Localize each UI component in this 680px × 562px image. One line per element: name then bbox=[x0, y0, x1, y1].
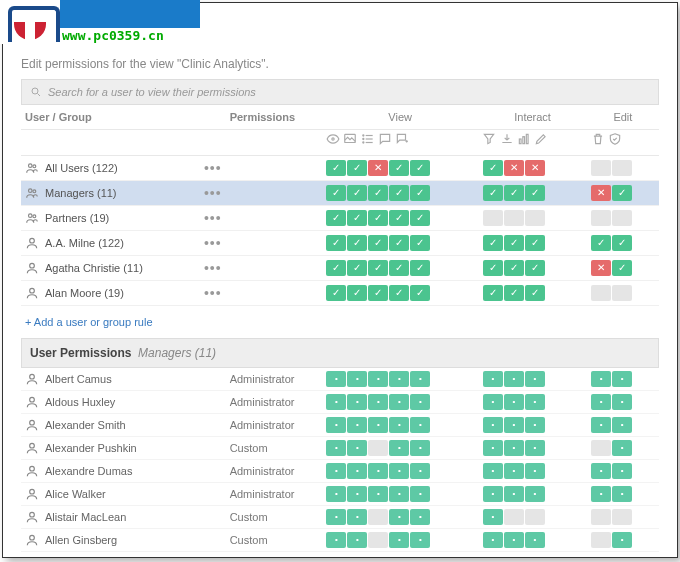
permission-chip[interactable]: • bbox=[410, 394, 430, 410]
permission-chip[interactable]: ✓ bbox=[347, 285, 367, 301]
permission-chip[interactable]: • bbox=[504, 463, 524, 479]
permission-chip[interactable]: ✓ bbox=[410, 160, 430, 176]
permission-chip[interactable]: ✓ bbox=[612, 235, 632, 251]
permission-chip[interactable]: • bbox=[525, 440, 545, 456]
permission-chip[interactable]: • bbox=[410, 417, 430, 433]
search-input[interactable]: Search for a user to view their permissi… bbox=[21, 79, 659, 105]
permission-chip[interactable]: • bbox=[347, 440, 367, 456]
permission-chip[interactable]: • bbox=[347, 371, 367, 387]
permission-chip[interactable]: • bbox=[504, 440, 524, 456]
permission-chip[interactable] bbox=[483, 210, 503, 226]
row-menu-icon[interactable]: ••• bbox=[204, 260, 222, 276]
permission-chip[interactable]: ✓ bbox=[591, 235, 611, 251]
permission-chip[interactable]: • bbox=[326, 463, 346, 479]
add-rule-link[interactable]: + Add a user or group rule bbox=[21, 306, 659, 338]
permission-chip[interactable]: ✓ bbox=[612, 260, 632, 276]
permission-chip[interactable] bbox=[612, 509, 632, 525]
permission-chip[interactable]: ✓ bbox=[326, 210, 346, 226]
permission-chip[interactable]: ✓ bbox=[410, 185, 430, 201]
permission-chip[interactable]: • bbox=[368, 486, 388, 502]
permission-chip[interactable]: ✓ bbox=[483, 160, 503, 176]
permission-chip[interactable]: ✓ bbox=[347, 260, 367, 276]
permission-chip[interactable]: ✓ bbox=[389, 185, 409, 201]
permission-chip[interactable] bbox=[591, 210, 611, 226]
permission-chip[interactable]: • bbox=[326, 532, 346, 548]
row-menu-icon[interactable]: ••• bbox=[204, 210, 222, 226]
permission-chip[interactable]: ✓ bbox=[389, 235, 409, 251]
permission-chip[interactable]: • bbox=[525, 394, 545, 410]
permission-chip[interactable]: • bbox=[389, 532, 409, 548]
permission-chip[interactable] bbox=[368, 509, 388, 525]
permission-chip[interactable]: ✓ bbox=[368, 260, 388, 276]
permission-chip[interactable]: ✕ bbox=[591, 185, 611, 201]
table-row[interactable]: A.A. Milne (122)••• ✓✓✓✓✓ ✓✓✓ ✓✓ bbox=[21, 231, 659, 256]
permission-chip[interactable]: • bbox=[504, 486, 524, 502]
permission-chip[interactable]: ✓ bbox=[368, 210, 388, 226]
permission-chip[interactable]: • bbox=[389, 463, 409, 479]
permission-chip[interactable]: • bbox=[591, 463, 611, 479]
permission-chip[interactable]: ✕ bbox=[591, 260, 611, 276]
permission-chip[interactable]: ✓ bbox=[483, 285, 503, 301]
permission-chip[interactable]: • bbox=[326, 440, 346, 456]
permission-chip[interactable]: ✓ bbox=[326, 235, 346, 251]
permission-chip[interactable]: • bbox=[410, 486, 430, 502]
permission-chip[interactable]: ✓ bbox=[389, 260, 409, 276]
permission-chip[interactable]: ✓ bbox=[504, 285, 524, 301]
permission-chip[interactable]: ✓ bbox=[483, 235, 503, 251]
permission-chip[interactable]: ✓ bbox=[483, 260, 503, 276]
permission-chip[interactable]: ✓ bbox=[368, 235, 388, 251]
permission-chip[interactable]: • bbox=[504, 371, 524, 387]
permission-chip[interactable]: ✓ bbox=[326, 285, 346, 301]
permission-chip[interactable]: ✓ bbox=[368, 185, 388, 201]
table-row[interactable]: All Users (122)••• ✓✓✕✓✓ ✓✕✕ bbox=[21, 156, 659, 181]
table-row[interactable]: Agatha Christie (11)••• ✓✓✓✓✓ ✓✓✓ ✕✓ bbox=[21, 256, 659, 281]
permission-chip[interactable]: • bbox=[347, 486, 367, 502]
permission-chip[interactable] bbox=[504, 210, 524, 226]
permission-chip[interactable]: ✓ bbox=[504, 260, 524, 276]
permission-chip[interactable]: • bbox=[368, 417, 388, 433]
permission-chip[interactable]: ✓ bbox=[326, 160, 346, 176]
permission-chip[interactable] bbox=[612, 285, 632, 301]
table-row[interactable]: Albert Camus Administrator ••••• ••• •• bbox=[21, 368, 659, 391]
permission-chip[interactable]: • bbox=[483, 486, 503, 502]
permission-chip[interactable]: • bbox=[326, 509, 346, 525]
permission-chip[interactable]: ✓ bbox=[410, 260, 430, 276]
permission-chip[interactable]: • bbox=[612, 463, 632, 479]
table-row[interactable]: Managers (11)••• ✓✓✓✓✓ ✓✓✓ ✕✓ bbox=[21, 181, 659, 206]
permission-chip[interactable]: • bbox=[389, 417, 409, 433]
row-menu-icon[interactable]: ••• bbox=[204, 185, 222, 201]
permission-chip[interactable]: ✓ bbox=[347, 210, 367, 226]
permission-chip[interactable] bbox=[612, 160, 632, 176]
permission-chip[interactable]: ✓ bbox=[525, 185, 545, 201]
permission-chip[interactable]: ✓ bbox=[347, 235, 367, 251]
permission-chip[interactable] bbox=[591, 285, 611, 301]
permission-chip[interactable]: ✓ bbox=[504, 235, 524, 251]
permission-chip[interactable]: • bbox=[483, 371, 503, 387]
permission-chip[interactable]: • bbox=[347, 463, 367, 479]
permission-chip[interactable]: ✓ bbox=[410, 235, 430, 251]
permission-chip[interactable]: • bbox=[326, 371, 346, 387]
permission-chip[interactable]: • bbox=[483, 440, 503, 456]
permission-chip[interactable]: • bbox=[368, 394, 388, 410]
row-menu-icon[interactable]: ••• bbox=[204, 285, 222, 301]
permission-chip[interactable]: • bbox=[591, 417, 611, 433]
permission-chip[interactable]: ✓ bbox=[410, 210, 430, 226]
permission-chip[interactable]: • bbox=[410, 440, 430, 456]
permission-chip[interactable]: • bbox=[410, 532, 430, 548]
permission-chip[interactable]: • bbox=[347, 509, 367, 525]
permission-chip[interactable] bbox=[525, 509, 545, 525]
permission-chip[interactable]: • bbox=[389, 509, 409, 525]
permission-chip[interactable]: • bbox=[368, 371, 388, 387]
permission-chip[interactable]: • bbox=[612, 486, 632, 502]
table-row[interactable]: Alexander Pushkin Custom •••• ••• • bbox=[21, 437, 659, 460]
permission-chip[interactable]: • bbox=[612, 440, 632, 456]
permission-chip[interactable]: • bbox=[483, 509, 503, 525]
table-row[interactable]: Alice Walker Administrator ••••• ••• •• bbox=[21, 483, 659, 506]
permission-chip[interactable]: • bbox=[612, 394, 632, 410]
permission-chip[interactable]: • bbox=[389, 371, 409, 387]
permission-chip[interactable]: • bbox=[326, 486, 346, 502]
permission-chip[interactable] bbox=[591, 440, 611, 456]
permission-chip[interactable]: • bbox=[483, 463, 503, 479]
permission-chip[interactable]: • bbox=[591, 394, 611, 410]
table-row[interactable]: Alan Moore (19)••• ✓✓✓✓✓ ✓✓✓ bbox=[21, 281, 659, 306]
